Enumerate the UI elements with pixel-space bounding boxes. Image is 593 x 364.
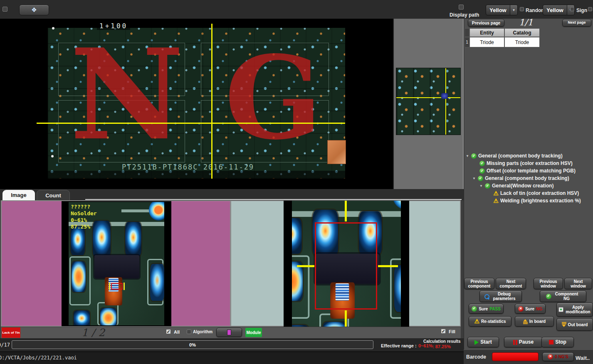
re-statistics-button[interactable]: ⚠ Re-statistics: [469, 316, 511, 327]
thumb-crosshair-horizontal: [396, 97, 460, 98]
random-checkbox[interactable]: [520, 7, 524, 11]
apply-modification-button[interactable]: Apply modification: [556, 303, 593, 317]
solder-pad: [125, 222, 141, 256]
table-cell-catalog[interactable]: Triode: [504, 37, 540, 47]
tab-count-label: Count: [45, 192, 61, 199]
sure-pass-button[interactable]: ✓ Sure PASS: [469, 304, 504, 314]
table-row-number: 1: [465, 37, 469, 47]
ng-overlay-letter-n: N: [70, 30, 184, 159]
table-header-catalog[interactable]: Catalog: [504, 28, 540, 37]
corner-checkbox[interactable]: [2, 7, 7, 12]
check-icon: ✓: [478, 176, 483, 181]
pause-button[interactable]: Pause: [504, 337, 543, 347]
defect-overlay-text: ?????? NoSolder 0~61% 87.25%: [71, 204, 97, 230]
apply-modification-label: Apply modification: [565, 305, 591, 314]
color-select-1-value: Yellow: [486, 7, 510, 13]
tree-item-label: General (component body tracking): [478, 153, 563, 159]
x-icon: ✕: [548, 354, 553, 359]
next-page-label: Next page: [568, 21, 586, 25]
sure-ng-prefix: Sure: [525, 307, 534, 311]
stop-label: Stop: [555, 339, 566, 345]
defect-closeup-image[interactable]: ?????? NoSolder 0~61% 87.25%: [62, 201, 171, 326]
display-path-checkbox[interactable]: [459, 5, 464, 10]
tab-image[interactable]: Image: [2, 190, 35, 200]
next-window-button[interactable]: Next window: [564, 278, 592, 289]
warning-icon: ⚠: [493, 198, 499, 204]
job-path-row: D:/VCTA/Jobs//221/221.vaoi: [0, 352, 464, 364]
tree-item[interactable]: ▼ ✓ General(Window creation): [479, 182, 591, 189]
edge-checkbox[interactable]: [588, 7, 592, 11]
progress-row: 0/17 0% Effective range : 0~61% Calculat…: [0, 338, 464, 352]
previous-component-label: Previous component: [465, 279, 493, 288]
component-ng-label: Component NG: [553, 292, 581, 301]
main-board-viewport[interactable]: 1+100 PT2511B-PT1868C 2016-11-29 N G: [0, 19, 393, 189]
tree-item-label: Missing parts (color extraction HSV): [487, 160, 573, 166]
color-select-1[interactable]: Yellow ▼: [486, 5, 518, 15]
ng-overlay-letter-g: G: [225, 39, 322, 157]
tree-item[interactable]: ⚠ Welding (brightness extraction %): [493, 197, 591, 204]
swatch-icon: [227, 330, 231, 335]
next-component-button[interactable]: Next component: [496, 278, 526, 289]
tree-item[interactable]: ✓ Missing parts (color extraction HSV): [479, 160, 591, 167]
previous-component-button[interactable]: Previous component: [464, 278, 494, 289]
tab-count[interactable]: Count: [37, 190, 70, 200]
debug-parameters-label: Debug parameters: [491, 292, 518, 301]
tree-item-label: Lack of tin (color extraction HSV): [500, 190, 579, 196]
reference-closeup-image[interactable]: [284, 201, 409, 327]
debug-parameters-button[interactable]: Debug parameters: [479, 290, 522, 302]
solder-pad: [150, 264, 165, 301]
copper-pad: [327, 140, 346, 164]
next-page-button[interactable]: Next page: [562, 19, 591, 27]
board-fiducial-dot: [52, 27, 54, 30]
check-icon: ✓: [472, 306, 477, 312]
chevron-down-icon[interactable]: ▼: [510, 5, 517, 15]
sign-label: Sign: [576, 7, 587, 13]
calc-results-value: : 87.25%: [432, 344, 451, 349]
expander-icon[interactable]: ▼: [466, 154, 469, 158]
table-cell-entity[interactable]: Triode: [469, 37, 504, 47]
solder-pad: [71, 226, 85, 255]
crosshair-tick-bottom: [345, 310, 347, 327]
defect-marker: [109, 283, 125, 290]
out-board-button[interactable]: Out board: [556, 318, 593, 331]
barcode-input[interactable]: [492, 352, 539, 361]
chip-body: [94, 255, 139, 278]
tree-item[interactable]: ▼ ✓ General (component body tracking): [466, 152, 591, 160]
solder-pad: [74, 310, 90, 325]
color-swatch-button[interactable]: [216, 328, 242, 337]
ng-count-button[interactable]: ✕ 0 NG'S: [542, 352, 574, 361]
aoi-application-window: ❖ Display path Yellow ▼ Random Yellow ▼ …: [0, 0, 593, 364]
fill-checkbox[interactable]: ✓: [441, 329, 446, 334]
stop-button[interactable]: Stop: [541, 337, 574, 347]
tree-item[interactable]: ⚠ Lack of tin (color extraction HSV): [493, 189, 591, 197]
previous-window-button[interactable]: Previous window: [534, 278, 563, 289]
solder-pad: [394, 265, 401, 312]
start-button[interactable]: Start: [467, 337, 499, 347]
fit-view-icon: ❖: [31, 6, 37, 14]
inspection-window-rect: [315, 222, 377, 310]
expander-icon[interactable]: ▼: [472, 177, 476, 180]
sign-checkbox[interactable]: [570, 7, 574, 11]
start-label: Start: [480, 339, 492, 345]
pause-label: Pause: [519, 339, 534, 345]
out-board-label: Out board: [568, 322, 588, 327]
fit-view-button[interactable]: ❖: [19, 5, 49, 15]
algorithm-checkbox[interactable]: [187, 330, 191, 334]
board-thumbnail[interactable]: [396, 68, 461, 135]
view-tab-bar: Image Count: [0, 189, 464, 200]
tree-item[interactable]: ✓ Offset (color template matching PGB): [479, 167, 591, 175]
sure-ng-button[interactable]: ✕ Sure NG: [515, 304, 546, 314]
all-label: All: [174, 330, 180, 334]
component-ng-button[interactable]: ✓ Component NG: [540, 290, 586, 302]
crosshair-vertical-line: [211, 24, 212, 179]
tree-item[interactable]: ▼ ✓ General (component body tracking): [472, 175, 591, 182]
all-checkbox[interactable]: ✓: [166, 329, 171, 334]
previous-page-button[interactable]: Previous page: [468, 19, 504, 27]
expander-icon[interactable]: ▼: [479, 184, 483, 188]
progress-value: 0%: [189, 342, 196, 347]
board-fiducial-dot: [51, 155, 54, 157]
top-toolbar: ❖ Display path Yellow ▼ Random Yellow ▼ …: [0, 0, 593, 19]
table-header-entity[interactable]: Entity: [469, 28, 504, 37]
table-corner-cell: [465, 28, 469, 37]
in-board-button[interactable]: In board: [515, 316, 554, 327]
